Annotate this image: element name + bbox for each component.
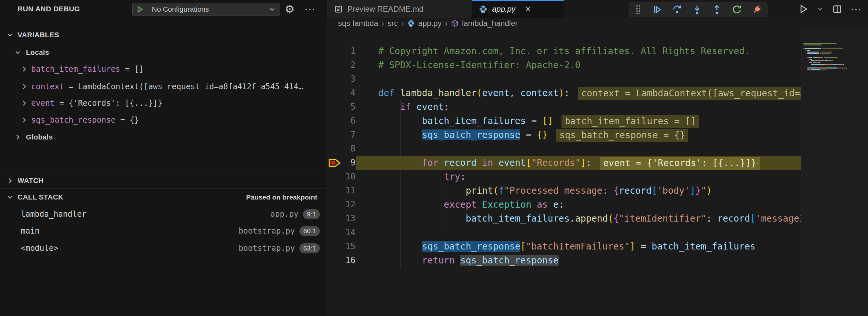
minimap-hint-segment	[824, 57, 838, 58]
minimap-segment	[809, 62, 812, 63]
code-line-12[interactable]: 12 except Exception as e:	[327, 197, 801, 212]
code-line-13[interactable]: 13 batch_item_failures.append({"itemIden…	[327, 212, 801, 225]
line-number[interactable]: 15	[327, 240, 355, 253]
minimap-segment	[818, 52, 819, 53]
stack-frame-row[interactable]: <module>bootstrap.py63:1	[0, 240, 327, 257]
minimap-hint-segment	[822, 48, 843, 49]
code-line-14[interactable]: 14	[327, 225, 801, 240]
code-text: if event:	[378, 100, 449, 114]
line-number[interactable]: 7	[327, 128, 355, 142]
variable-name: sqs_batch_response	[31, 116, 116, 125]
gear-icon[interactable]: ⚙	[285, 0, 294, 18]
code-line-9[interactable]: 9 for record in event["Records"]:event =…	[327, 156, 801, 170]
code-text: # Copyright Amazon.com, Inc. or its affi…	[378, 44, 750, 58]
minimap-segment	[815, 60, 825, 61]
watch-label: WATCH	[18, 177, 44, 185]
minimap-selection-segment	[807, 69, 827, 70]
code-line-7[interactable]: 7 sqs_batch_response = {}sqs_batch_respo…	[327, 128, 801, 142]
chevron-down-icon	[6, 194, 13, 201]
minimap-segment	[825, 60, 828, 61]
frame-function: lambda_handler	[21, 210, 86, 219]
locals-scope[interactable]: Locals	[0, 44, 327, 61]
variable-value: = LambdaContext([aws_request_id=a8fa412f…	[69, 82, 303, 91]
minimap-segment	[822, 57, 823, 58]
minimap-segment	[813, 57, 814, 58]
start-debug-icon[interactable]	[133, 5, 147, 13]
code-line-1[interactable]: 1# Copyright Amazon.com, Inc. or its aff…	[327, 44, 801, 58]
code-line-6[interactable]: 6 batch_item_failures = []batch_item_fai…	[327, 114, 801, 128]
line-number[interactable]: 11	[327, 184, 355, 197]
call-stack-section-header[interactable]: CALL STACK Paused on breakpoint	[0, 189, 327, 206]
globals-scope[interactable]: Globals	[0, 129, 327, 146]
line-number[interactable]: 13	[327, 212, 355, 225]
line-number[interactable]: 4	[327, 86, 355, 100]
code-text: # SPDX-License-Identifier: Apache-2.0	[378, 58, 581, 72]
code-text: for record in event["Records"]:event = {…	[378, 156, 760, 170]
chevron-right-icon	[6, 177, 13, 184]
variable-value: = {}	[120, 116, 139, 125]
line-number[interactable]: 5	[327, 100, 355, 114]
variable-name: context	[31, 82, 64, 91]
line-number[interactable]: 9	[327, 156, 355, 170]
variable-name: event	[31, 99, 55, 108]
code-line-4[interactable]: 4def lambda_handler(event, context):cont…	[327, 86, 801, 100]
minimap-segment	[816, 53, 818, 54]
minimap-segment	[803, 48, 805, 49]
minimap-segment	[809, 57, 812, 58]
minimap-segment	[807, 53, 816, 54]
line-number[interactable]: 6	[327, 114, 355, 128]
chevron-down-icon	[6, 31, 13, 39]
line-number[interactable]: 10	[327, 170, 355, 184]
minimap-segment	[805, 50, 806, 51]
minimap-hint-segment	[820, 53, 831, 54]
minimap-segment	[837, 64, 843, 65]
stack-frame-row[interactable]: lambda_handlerapp.py9:1	[0, 206, 327, 223]
minimap-segment	[813, 62, 817, 63]
minimap-segment	[803, 44, 822, 45]
watch-section-header[interactable]: WATCH	[0, 172, 327, 189]
line-number[interactable]: 1	[327, 44, 355, 58]
code-line-3[interactable]: 3	[327, 72, 801, 86]
code-line-2[interactable]: 2# SPDX-License-Identifier: Apache-2.0	[327, 58, 801, 72]
variable-name: batch_item_failures	[31, 65, 120, 74]
code-line-16[interactable]: 16 return sqs_batch_response	[327, 253, 801, 267]
frame-function: <module>	[21, 244, 58, 253]
code-editor[interactable]: 1# Copyright Amazon.com, Inc. or its aff…	[327, 0, 868, 316]
call-stack-label: CALL STACK	[18, 193, 64, 201]
code-line-10[interactable]: 10 try:	[327, 170, 801, 184]
line-number[interactable]: 8	[327, 142, 355, 156]
configurations-dropdown[interactable]: No Configurations	[132, 3, 280, 16]
minimap-hint-segment	[820, 52, 832, 53]
minimap[interactable]	[801, 27, 868, 316]
line-number[interactable]: 16	[327, 253, 355, 267]
minimap-segment	[825, 64, 833, 65]
code-line-15[interactable]: 15 sqs_batch_response["batchItemFailures…	[327, 240, 801, 253]
minimap-segment	[820, 62, 820, 63]
line-number[interactable]: 12	[327, 197, 355, 212]
editor-group: Preview README.md app.py	[327, 0, 868, 316]
locals-label: Locals	[26, 48, 49, 57]
code-text: sqs_batch_response = {}sqs_batch_respons…	[378, 128, 688, 142]
code-text: except Exception as e:	[378, 197, 564, 212]
variable-row[interactable]: batch_item_failures= []	[0, 61, 327, 77]
code-line-11[interactable]: 11 print(f"Processed message: {record['b…	[327, 184, 801, 197]
line-number[interactable]: 3	[327, 72, 355, 86]
stack-frame-row[interactable]: mainbootstrap.py60:1	[0, 223, 327, 240]
line-number[interactable]: 2	[327, 58, 355, 72]
variable-row[interactable]: context= LambdaContext([aws_request_id=a…	[0, 78, 327, 95]
minimap-segment	[805, 48, 812, 49]
variable-row[interactable]: event= {'Records': [{...}]}	[0, 95, 327, 112]
section-divider	[0, 188, 327, 189]
variables-section-header[interactable]: VARIABLES	[0, 27, 327, 43]
line-number[interactable]: 14	[327, 225, 355, 240]
minimap-segment	[829, 60, 831, 61]
variable-row[interactable]: sqs_batch_response= {}	[0, 112, 327, 128]
code-line-5[interactable]: 5 if event:	[327, 100, 801, 114]
panel-title: RUN AND DEBUG	[18, 5, 80, 13]
code-line-8[interactable]: 8	[327, 142, 801, 156]
more-actions-icon[interactable]: ⋯	[304, 0, 315, 18]
minimap-segment	[807, 50, 810, 51]
minimap-segment	[811, 64, 820, 65]
minimap-segment	[809, 59, 811, 60]
minimap-segment	[820, 48, 820, 49]
